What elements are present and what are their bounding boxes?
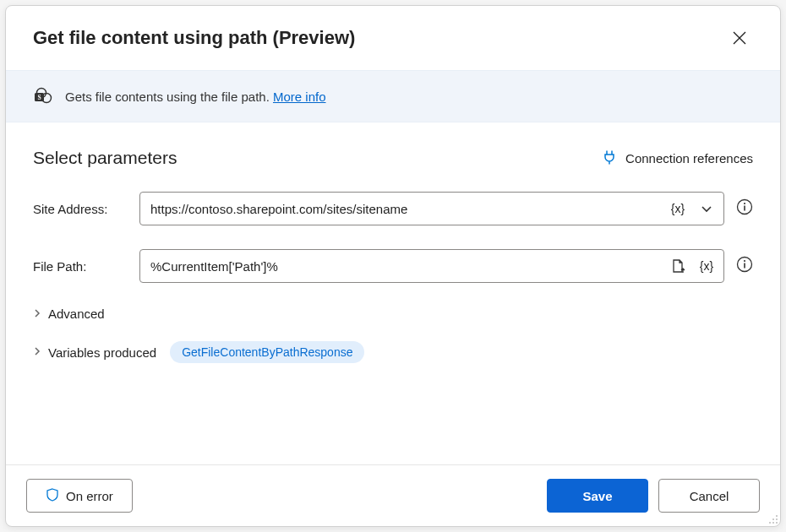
advanced-label: Advanced	[48, 307, 105, 321]
footer-right: Save Cancel	[547, 479, 760, 513]
file-picker-icon	[670, 258, 685, 274]
section-title: Select parameters	[33, 148, 177, 168]
svg-point-10	[776, 515, 778, 517]
dialog-footer: On error Save Cancel	[6, 464, 780, 526]
plug-icon	[602, 149, 617, 167]
svg-point-5	[744, 203, 745, 204]
svg-point-13	[769, 522, 771, 524]
svg-rect-6	[744, 206, 745, 211]
connection-references-link[interactable]: Connection references	[602, 149, 753, 167]
variable-chip[interactable]: GetFileContentByPathResponse	[170, 341, 364, 363]
file-path-input[interactable]	[139, 249, 724, 283]
dialog-content: Select parameters Connection references …	[6, 122, 780, 464]
variable-picker-button[interactable]: {x}	[665, 196, 690, 221]
advanced-expander[interactable]: Advanced	[33, 307, 753, 321]
svg-point-15	[776, 522, 778, 524]
file-path-row: File Path: {x}	[33, 249, 753, 283]
site-address-label: Site Address:	[33, 202, 128, 216]
file-path-adornments: {x}	[665, 253, 719, 279]
dialog: Get file content using path (Preview) S …	[5, 5, 781, 527]
site-address-row: Site Address: {x}	[33, 192, 753, 225]
dialog-title: Get file content using path (Preview)	[33, 27, 355, 49]
on-error-button[interactable]: On error	[26, 479, 133, 513]
file-picker-button[interactable]	[665, 253, 690, 279]
chevron-right-icon	[33, 346, 41, 358]
resize-grip-icon[interactable]	[767, 513, 778, 524]
variables-produced-label: Variables produced	[48, 345, 156, 360]
cancel-button[interactable]: Cancel	[658, 479, 760, 513]
variables-produced-expander[interactable]: Variables produced GetFileContentByPathR…	[33, 341, 753, 363]
file-path-label: File Path:	[33, 259, 128, 274]
variable-token-icon: {x}	[671, 202, 685, 215]
chevron-down-icon	[701, 203, 712, 214]
svg-point-11	[772, 518, 774, 520]
close-button[interactable]	[726, 24, 753, 52]
info-icon[interactable]	[736, 198, 753, 219]
chevron-right-icon	[33, 308, 41, 320]
site-address-adornments: {x}	[665, 196, 719, 221]
svg-point-14	[772, 522, 774, 524]
site-address-input-wrap: {x}	[139, 192, 724, 225]
banner-text: Gets file contents using the file path. …	[65, 90, 326, 104]
svg-point-8	[744, 260, 745, 262]
variable-token-icon: {x}	[700, 259, 713, 273]
svg-rect-9	[744, 263, 745, 269]
dialog-header: Get file content using path (Preview)	[6, 6, 780, 70]
more-info-link[interactable]: More info	[273, 90, 326, 104]
variable-picker-button[interactable]: {x}	[694, 253, 719, 279]
section-header-row: Select parameters Connection references	[33, 148, 753, 168]
close-icon	[733, 31, 746, 45]
svg-text:S: S	[37, 94, 41, 101]
shield-icon	[46, 488, 59, 504]
file-path-input-wrap: {x}	[139, 249, 724, 283]
on-error-label: On error	[66, 489, 113, 503]
site-address-input[interactable]	[139, 192, 724, 225]
info-banner: S Gets file contents using the file path…	[6, 70, 780, 122]
sharepoint-icon: S	[33, 86, 53, 106]
dropdown-button[interactable]	[694, 196, 719, 221]
info-icon[interactable]	[736, 256, 753, 276]
connection-references-label: Connection references	[625, 151, 753, 166]
banner-message: Gets file contents using the file path.	[65, 90, 273, 104]
svg-point-12	[776, 518, 778, 520]
save-button[interactable]: Save	[547, 479, 648, 513]
